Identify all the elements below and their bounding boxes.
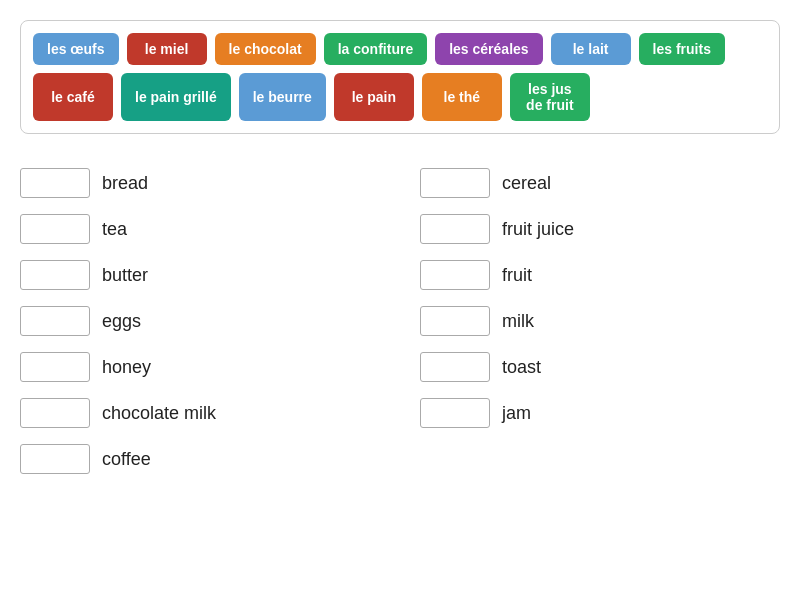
match-english-label: bread: [102, 173, 148, 194]
answer-box[interactable]: [20, 260, 90, 290]
answer-box[interactable]: [420, 214, 490, 244]
match-row: coffee: [20, 438, 380, 480]
word-tile[interactable]: le pain grillé: [121, 73, 231, 121]
match-column-right: cerealfruit juicefruitmilktoastjam: [420, 162, 780, 480]
match-english-label: butter: [102, 265, 148, 286]
word-tile[interactable]: le miel: [127, 33, 207, 65]
answer-box[interactable]: [420, 398, 490, 428]
word-tile[interactable]: les œufs: [33, 33, 119, 65]
match-english-label: milk: [502, 311, 534, 332]
word-bank: les œufsle mielle chocolatla confiturele…: [20, 20, 780, 134]
match-row: cereal: [420, 162, 780, 204]
word-tile[interactable]: le pain: [334, 73, 414, 121]
word-tile[interactable]: le chocolat: [215, 33, 316, 65]
match-english-label: fruit juice: [502, 219, 574, 240]
answer-box[interactable]: [20, 398, 90, 428]
answer-box[interactable]: [20, 168, 90, 198]
match-area: breadteabuttereggshoneychocolate milkcof…: [20, 162, 780, 480]
word-tile[interactable]: le lait: [551, 33, 631, 65]
word-tile[interactable]: le thé: [422, 73, 502, 121]
answer-box[interactable]: [20, 352, 90, 382]
match-column-left: breadteabuttereggshoneychocolate milkcof…: [20, 162, 380, 480]
word-tile[interactable]: le café: [33, 73, 113, 121]
word-tile[interactable]: les jus de fruit: [510, 73, 590, 121]
match-english-label: jam: [502, 403, 531, 424]
match-english-label: toast: [502, 357, 541, 378]
match-english-label: chocolate milk: [102, 403, 216, 424]
match-english-label: eggs: [102, 311, 141, 332]
word-tile[interactable]: les fruits: [639, 33, 725, 65]
answer-box[interactable]: [20, 306, 90, 336]
match-english-label: fruit: [502, 265, 532, 286]
answer-box[interactable]: [20, 214, 90, 244]
match-english-label: coffee: [102, 449, 151, 470]
match-row: butter: [20, 254, 380, 296]
answer-box[interactable]: [420, 306, 490, 336]
word-tile[interactable]: le beurre: [239, 73, 326, 121]
match-row: chocolate milk: [20, 392, 380, 434]
answer-box[interactable]: [20, 444, 90, 474]
match-english-label: tea: [102, 219, 127, 240]
answer-box[interactable]: [420, 260, 490, 290]
match-row: fruit: [420, 254, 780, 296]
match-english-label: cereal: [502, 173, 551, 194]
match-row: tea: [20, 208, 380, 250]
match-row: fruit juice: [420, 208, 780, 250]
match-row: toast: [420, 346, 780, 388]
match-row: eggs: [20, 300, 380, 342]
match-row: bread: [20, 162, 380, 204]
answer-box[interactable]: [420, 168, 490, 198]
match-row: honey: [20, 346, 380, 388]
match-row: milk: [420, 300, 780, 342]
match-english-label: honey: [102, 357, 151, 378]
answer-box[interactable]: [420, 352, 490, 382]
word-tile[interactable]: les céréales: [435, 33, 542, 65]
word-tile[interactable]: la confiture: [324, 33, 427, 65]
match-row: jam: [420, 392, 780, 434]
